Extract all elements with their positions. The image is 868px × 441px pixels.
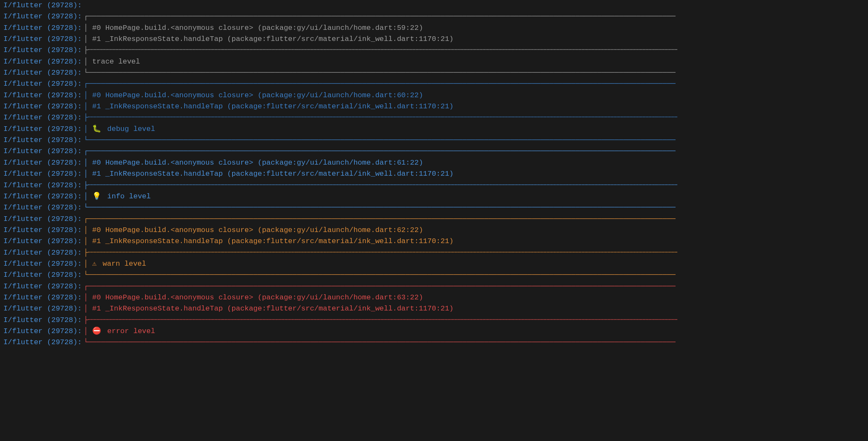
log-box-top: I/flutter (29728):┌─────────────────────… (3, 146, 865, 157)
log-box-separator: I/flutter (29728):├┄┄┄┄┄┄┄┄┄┄┄┄┄┄┄┄┄┄┄┄┄… (3, 180, 865, 191)
stack-frame: #1 _InkResponseState.handleTap (package:… (92, 102, 454, 110)
stack-frame: #1 _InkResponseState.handleTap (package:… (92, 170, 454, 178)
log-box-bottom: I/flutter (29728):└─────────────────────… (3, 270, 865, 281)
level-info-icon: 💡 (92, 192, 101, 200)
log-payload: │ #0 HomePage.build.<anonymous closure> … (82, 23, 423, 34)
log-label-line: I/flutter (29728):│ ⚠ warn level (3, 258, 865, 270)
stack-frame: #0 HomePage.build.<anonymous closure> (p… (92, 226, 423, 234)
log-prefix: I/flutter (29728): (3, 247, 82, 258)
log-payload: │ ⚠ warn level (82, 258, 146, 270)
log-stack-line: I/flutter (29728):│ #1 _InkResponseState… (3, 101, 865, 112)
stack-frame: #1 _InkResponseState.handleTap (package:… (92, 305, 454, 313)
log-prefix: I/flutter (29728): (3, 67, 82, 78)
log-payload: │ #0 HomePage.build.<anonymous closure> … (82, 90, 423, 101)
log-stack-line: I/flutter (29728):│ #0 HomePage.build.<a… (3, 292, 865, 303)
log-payload (82, 0, 84, 11)
log-payload: ├┄┄┄┄┄┄┄┄┄┄┄┄┄┄┄┄┄┄┄┄┄┄┄┄┄┄┄┄┄┄┄┄┄┄┄┄┄┄┄… (82, 180, 678, 191)
log-payload: ┌───────────────────────────────────────… (82, 78, 676, 90)
log-stack-line: I/flutter (29728):│ #1 _InkResponseState… (3, 168, 865, 180)
log-payload: ┌───────────────────────────────────────… (82, 146, 676, 157)
log-payload: │ trace level (82, 56, 140, 67)
level-label: info level (107, 192, 151, 200)
log-payload: ├┄┄┄┄┄┄┄┄┄┄┄┄┄┄┄┄┄┄┄┄┄┄┄┄┄┄┄┄┄┄┄┄┄┄┄┄┄┄┄… (82, 315, 678, 326)
stack-frame: #0 HomePage.build.<anonymous closure> (p… (92, 91, 423, 99)
log-prefix: I/flutter (29728): (3, 135, 82, 146)
log-prefix: I/flutter (29728): (3, 78, 82, 90)
log-box-separator: I/flutter (29728):├┄┄┄┄┄┄┄┄┄┄┄┄┄┄┄┄┄┄┄┄┄… (3, 45, 865, 56)
log-payload: │ 💡 info level (82, 191, 151, 202)
log-prefix: I/flutter (29728): (3, 315, 82, 326)
stack-frame: #0 HomePage.build.<anonymous closure> (p… (92, 24, 423, 32)
log-prefix: I/flutter (29728): (3, 23, 82, 34)
level-label: error level (107, 327, 155, 335)
log-prefix: I/flutter (29728): (3, 281, 82, 292)
log-stack-line: I/flutter (29728):│ #1 _InkResponseState… (3, 34, 865, 45)
log-prefix: I/flutter (29728): (3, 214, 82, 225)
log-payload: │ #1 _InkResponseState.handleTap (packag… (82, 168, 454, 180)
log-box-top: I/flutter (29728):┌─────────────────────… (3, 281, 865, 292)
log-box-separator: I/flutter (29728):├┄┄┄┄┄┄┄┄┄┄┄┄┄┄┄┄┄┄┄┄┄… (3, 112, 865, 123)
log-line-blank: I/flutter (29728): (3, 0, 865, 11)
log-prefix: I/flutter (29728): (3, 11, 82, 22)
log-prefix: I/flutter (29728): (3, 0, 82, 11)
log-stack-line: I/flutter (29728):│ #0 HomePage.build.<a… (3, 90, 865, 101)
stack-frame: #1 _InkResponseState.handleTap (package:… (92, 237, 454, 245)
log-prefix: I/flutter (29728): (3, 270, 82, 281)
log-payload: ├┄┄┄┄┄┄┄┄┄┄┄┄┄┄┄┄┄┄┄┄┄┄┄┄┄┄┄┄┄┄┄┄┄┄┄┄┄┄┄… (82, 45, 678, 56)
log-prefix: I/flutter (29728): (3, 146, 82, 157)
log-prefix: I/flutter (29728): (3, 112, 82, 123)
log-prefix: I/flutter (29728): (3, 191, 82, 202)
log-box-bottom: I/flutter (29728):└─────────────────────… (3, 202, 865, 213)
log-label-line: I/flutter (29728):│ 🐛 debug level (3, 124, 865, 135)
log-box-separator: I/flutter (29728):├┄┄┄┄┄┄┄┄┄┄┄┄┄┄┄┄┄┄┄┄┄… (3, 315, 865, 326)
log-output: I/flutter (29728):I/flutter (29728):┌───… (0, 0, 868, 348)
log-payload: ├┄┄┄┄┄┄┄┄┄┄┄┄┄┄┄┄┄┄┄┄┄┄┄┄┄┄┄┄┄┄┄┄┄┄┄┄┄┄┄… (82, 247, 678, 258)
log-box-top: I/flutter (29728):┌─────────────────────… (3, 214, 865, 225)
log-payload: │ 🐛 debug level (82, 124, 155, 135)
log-box-bottom: I/flutter (29728):└─────────────────────… (3, 67, 865, 78)
log-payload: │ #1 _InkResponseState.handleTap (packag… (82, 101, 454, 112)
log-prefix: I/flutter (29728): (3, 258, 82, 270)
level-debug-icon: 🐛 (92, 125, 101, 133)
log-prefix: I/flutter (29728): (3, 337, 82, 348)
level-label: debug level (107, 125, 155, 133)
level-label: warn level (103, 260, 146, 268)
stack-frame: #0 HomePage.build.<anonymous closure> (p… (92, 293, 423, 302)
log-payload: └───────────────────────────────────────… (82, 202, 676, 213)
log-prefix: I/flutter (29728): (3, 45, 82, 56)
log-payload: │ #1 _InkResponseState.handleTap (packag… (82, 34, 454, 45)
log-payload: ├┄┄┄┄┄┄┄┄┄┄┄┄┄┄┄┄┄┄┄┄┄┄┄┄┄┄┄┄┄┄┄┄┄┄┄┄┄┄┄… (82, 112, 678, 123)
log-payload: └───────────────────────────────────────… (82, 270, 676, 281)
log-payload: │ #1 _InkResponseState.handleTap (packag… (82, 236, 454, 247)
log-payload: ┌───────────────────────────────────────… (82, 281, 676, 292)
log-box-top: I/flutter (29728):┌─────────────────────… (3, 11, 865, 22)
log-prefix: I/flutter (29728): (3, 225, 82, 236)
log-stack-line: I/flutter (29728):│ #1 _InkResponseState… (3, 303, 865, 314)
stack-frame: #0 HomePage.build.<anonymous closure> (p… (92, 159, 423, 167)
log-payload: └───────────────────────────────────────… (82, 135, 676, 146)
log-prefix: I/flutter (29728): (3, 326, 82, 337)
level-label: trace level (92, 58, 140, 66)
log-payload: ┌───────────────────────────────────────… (82, 11, 676, 22)
log-prefix: I/flutter (29728): (3, 34, 82, 45)
log-box-top: I/flutter (29728):┌─────────────────────… (3, 78, 865, 90)
log-prefix: I/flutter (29728): (3, 303, 82, 314)
log-stack-line: I/flutter (29728):│ #0 HomePage.build.<a… (3, 157, 865, 168)
level-warn-icon: ⚠ (92, 260, 96, 268)
log-prefix: I/flutter (29728): (3, 180, 82, 191)
log-payload: │ ⛔ error level (82, 326, 155, 337)
log-stack-line: I/flutter (29728):│ #0 HomePage.build.<a… (3, 23, 865, 34)
stack-frame: #1 _InkResponseState.handleTap (package:… (92, 35, 454, 43)
log-stack-line: I/flutter (29728):│ #0 HomePage.build.<a… (3, 225, 865, 236)
log-payload: └───────────────────────────────────────… (82, 337, 676, 348)
log-label-line: I/flutter (29728):│ trace level (3, 56, 865, 67)
log-payload: ┌───────────────────────────────────────… (82, 214, 676, 225)
level-error-icon: ⛔ (92, 327, 101, 335)
log-box-bottom: I/flutter (29728):└─────────────────────… (3, 135, 865, 146)
log-label-line: I/flutter (29728):│ 💡 info level (3, 191, 865, 202)
log-prefix: I/flutter (29728): (3, 124, 82, 135)
log-prefix: I/flutter (29728): (3, 101, 82, 112)
log-prefix: I/flutter (29728): (3, 292, 82, 303)
log-payload: │ #0 HomePage.build.<anonymous closure> … (82, 292, 423, 303)
log-prefix: I/flutter (29728): (3, 90, 82, 101)
